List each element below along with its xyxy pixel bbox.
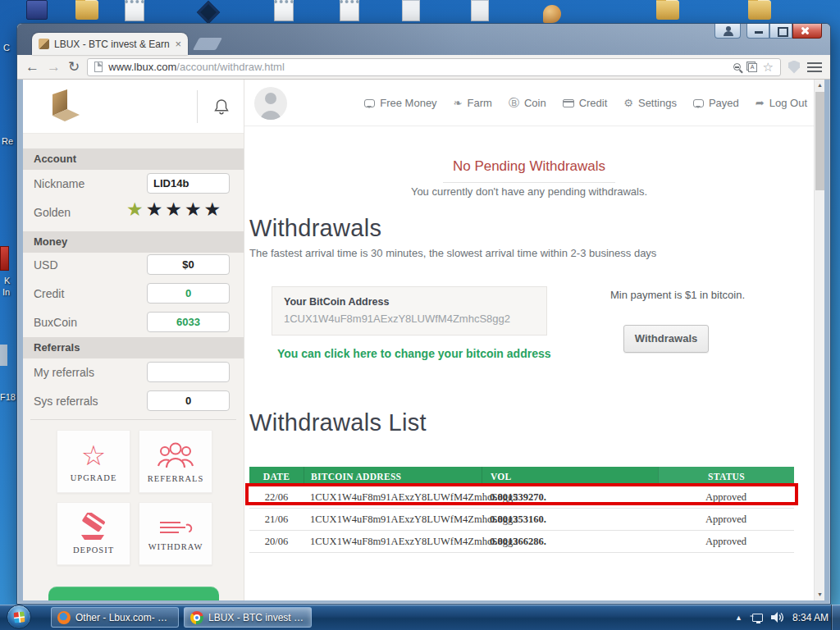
desktop-notepad-icon[interactable] [125, 0, 144, 21]
page-scrollbar[interactable]: ▲ ▼ [814, 80, 824, 600]
desktop-icon[interactable] [543, 5, 561, 23]
usd-label: USD [34, 254, 58, 276]
start-button[interactable] [7, 605, 31, 629]
browser-titlebar: LBUX - BTC invest & Earn × [17, 24, 830, 55]
taskbar-chrome-button[interactable]: LBUX - BTC invest & ... [184, 607, 312, 628]
divider [30, 419, 236, 420]
back-button[interactable]: ← [25, 60, 39, 74]
browser-tab[interactable]: LBUX - BTC invest & Earn × [32, 33, 188, 55]
firefox-icon [57, 611, 71, 624]
table-row[interactable]: 21/06 1CUX1W4uF8m91AExzY8LUWfM4ZmhcS8gg2… [249, 509, 794, 531]
desktop-icon[interactable] [197, 1, 220, 24]
speech-bubble-icon [693, 99, 704, 107]
sys-referrals-input[interactable] [147, 390, 230, 411]
nav-settings[interactable]: ⚙Settings [623, 97, 677, 109]
cell-status: Approved [658, 536, 794, 548]
nav-free-money[interactable]: Free Money [364, 97, 436, 109]
avatar[interactable] [254, 87, 287, 120]
bookmark-star-icon[interactable]: ☆ [763, 61, 774, 73]
zoom-out-icon[interactable] [733, 63, 741, 71]
desktop-document-icon[interactable] [471, 0, 489, 21]
credit-row: Credit [23, 283, 244, 304]
scrollbar-thumb[interactable] [815, 92, 824, 190]
show-desktop-button[interactable] [831, 605, 840, 630]
logout-arrow-icon: ➦ [756, 98, 765, 108]
desktop-icon-label: Re [2, 136, 13, 146]
url-text[interactable]: www.lbux.com/account/withdraw.html [108, 61, 727, 73]
translate-icon[interactable] [746, 62, 757, 72]
url-host: www.lbux.com [108, 61, 176, 73]
credit-card-icon [563, 99, 574, 107]
nav-payed[interactable]: Payed [693, 97, 739, 109]
upgrade-tile[interactable]: ☆ UPGRADE [57, 430, 130, 493]
notifications-bell-icon[interactable] [212, 98, 231, 116]
cell-date: 21/06 [249, 514, 304, 526]
cell-address: 1CUX1W4uF8m91AExzY8LUWfM4ZmhcS8gg2 [304, 514, 482, 526]
withdrawals-button[interactable]: Withdrawals [623, 325, 709, 353]
shield-icon[interactable] [788, 61, 800, 74]
nav-coin[interactable]: ⒷCoin [509, 97, 546, 109]
usd-input[interactable] [147, 254, 230, 275]
table-row[interactable]: 20/06 1CUX1W4uF8m91AExzY8LUWfM4ZmhcS8gg2… [249, 531, 794, 553]
speaker-icon[interactable] [771, 612, 784, 623]
min-payment-note: Min payment is $1 in bitcoin. [610, 289, 745, 301]
column-header-date: DATE [249, 467, 304, 486]
sidebar-bottom-button[interactable] [48, 587, 219, 600]
new-tab-button[interactable] [193, 38, 222, 50]
my-referrals-input[interactable] [147, 362, 230, 382]
cell-status: Approved [658, 491, 794, 504]
tab-close-icon[interactable]: × [175, 39, 181, 49]
close-button[interactable] [792, 24, 822, 39]
nav-farm[interactable]: ❧Farm [454, 97, 492, 109]
desktop-notepad-icon[interactable] [340, 0, 359, 21]
lbux-logo[interactable] [44, 88, 82, 126]
minimize-button[interactable] [746, 24, 769, 39]
reload-button[interactable]: ↻ [68, 60, 80, 74]
nav-label: Settings [638, 97, 677, 109]
nickname-label: Nickname [34, 173, 84, 194]
taskbar-firefox-button[interactable]: Other - Lbux.com- C... [51, 607, 179, 628]
referrals-tile[interactable]: REFERRALS [139, 430, 212, 493]
nickname-row: Nickname [23, 173, 244, 194]
browser-toolbar: ← → ↻ www.lbux.com/account/withdraw.html… [17, 55, 830, 80]
desktop-icon-label: F18 [0, 392, 16, 402]
browser-menu-icon[interactable] [807, 62, 822, 72]
buxcoin-label: BuxCoin [34, 312, 77, 333]
scroll-up-icon[interactable]: ▲ [815, 80, 824, 91]
buxcoin-input[interactable] [147, 312, 230, 332]
withdraw-tile[interactable]: WITHDRAW [139, 502, 212, 565]
deposit-tile[interactable]: DEPOSIT [57, 502, 130, 565]
withdrawals-list-heading: Withdrawals List [249, 409, 427, 436]
maximize-button[interactable] [769, 24, 792, 39]
tile-label: WITHDRAW [148, 542, 203, 551]
taskbar-clock[interactable]: 8:34 AM [792, 612, 829, 623]
lbux-favicon [39, 39, 49, 49]
section-header-account: Account [23, 148, 244, 170]
credit-input[interactable] [147, 283, 230, 304]
scroll-down-icon[interactable]: ▼ [815, 589, 824, 600]
desktop-folder-icon[interactable] [656, 0, 679, 20]
star-icon: ★ [126, 199, 146, 220]
table-row[interactable]: 22/06 1CUX1W4uF8m91AExzY8LUWfM4ZmhcS8gg2… [249, 486, 794, 509]
desktop-document-icon[interactable] [402, 0, 420, 21]
desktop-notepad-icon[interactable] [274, 0, 294, 21]
browser-profile-button[interactable] [714, 24, 741, 39]
desktop-icon[interactable] [26, 0, 48, 20]
address-bar[interactable]: www.lbux.com/account/withdraw.html ☆ [87, 58, 781, 76]
change-address-link[interactable]: You can click here to change your bitcoi… [277, 347, 551, 360]
page-icon [94, 62, 103, 72]
network-icon[interactable] [751, 613, 763, 623]
nav-log-out[interactable]: ➦Log Out [756, 97, 807, 109]
nav-label: Credit [579, 97, 608, 109]
golden-star-rating[interactable]: ★★★★★ [126, 199, 223, 221]
desktop-icon[interactable] [0, 246, 9, 271]
forward-button[interactable]: → [47, 60, 61, 74]
desktop-folder-icon[interactable] [748, 0, 771, 20]
bitcoin-icon: Ⓑ [509, 98, 519, 108]
nickname-input[interactable] [147, 173, 230, 194]
desktop-icon[interactable] [0, 345, 7, 366]
desktop-folder-icon[interactable] [75, 0, 98, 20]
tray-expand-icon[interactable]: ▲ [735, 614, 742, 622]
nav-credit[interactable]: Credit [563, 97, 608, 109]
people-group-icon [157, 440, 194, 471]
